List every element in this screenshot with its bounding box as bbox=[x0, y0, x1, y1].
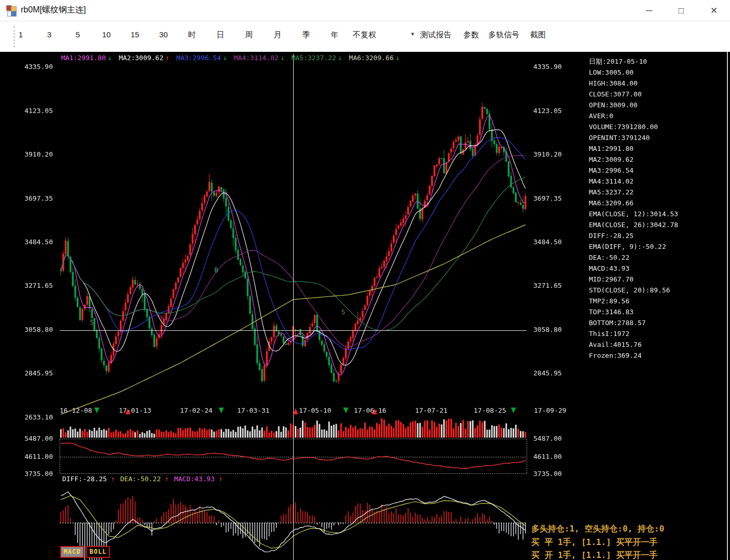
price-tick: 4335.90 bbox=[15, 63, 53, 71]
trend-down-icon: ↓ bbox=[396, 54, 400, 62]
ma4-label: MA4:3114.02 bbox=[234, 54, 279, 62]
adjust-dropdown-value: 不复权 bbox=[353, 30, 376, 40]
app-icon bbox=[6, 5, 17, 16]
multi-track-signal-button[interactable]: 多轨信号 bbox=[488, 30, 519, 40]
test-report-button[interactable]: 测试报告 bbox=[420, 30, 451, 40]
trend-up-icon: ↑ bbox=[219, 475, 223, 483]
minimize-button[interactable]: ─ bbox=[637, 2, 661, 19]
ma-values-row: MA1:2991.80↓ MA2:3009.62↑ MA3:2996.54↓ M… bbox=[61, 54, 400, 62]
info-row-diff: DIFF:-28.25 bbox=[589, 230, 678, 241]
dea-label: DEA:-50.22 bbox=[120, 475, 161, 483]
info-row-openint: OPENINT:3791240 bbox=[589, 132, 678, 143]
info-row-std: STD(CLOSE, 20):89.56 bbox=[589, 285, 678, 296]
info-row-tmp2: TMP2:89.56 bbox=[589, 296, 678, 306]
info-row-aver: AVER:0 bbox=[589, 110, 678, 121]
screenshot-button[interactable]: 截图 bbox=[530, 30, 546, 40]
period-month[interactable]: 月 bbox=[271, 30, 284, 40]
date-tick: 17-06-16 bbox=[354, 407, 387, 414]
trend-up-icon: ↑ bbox=[166, 54, 170, 62]
price-tick: 2845.95 bbox=[533, 369, 562, 377]
position-summary: 多头持仓:1, 空头持仓:0, 持仓:0 bbox=[531, 524, 664, 535]
price-tick: 3271.65 bbox=[15, 282, 53, 289]
macd-tab-button[interactable]: MACD bbox=[60, 546, 84, 558]
info-row-ema12: EMA(CLOSE, 12):3014.53 bbox=[589, 208, 678, 219]
price-tick: 2845.95 bbox=[15, 369, 53, 377]
info-row-high: HIGH:3084.00 bbox=[589, 78, 678, 89]
info-row-frozen: Frozen:369.24 bbox=[589, 350, 678, 361]
trade-signal-2: 买 开 1手, [1.1.] 买平开一手 bbox=[531, 550, 658, 560]
period-year[interactable]: 年 bbox=[328, 30, 341, 40]
price-tick: 3484.50 bbox=[15, 238, 53, 246]
chevron-down-icon: ▾ bbox=[411, 31, 414, 37]
trend-down-icon: ↓ bbox=[108, 54, 112, 62]
close-button[interactable]: ✕ bbox=[702, 2, 726, 19]
toolbar: 1 3 5 10 15 30 时 日 周 月 季 年 不复权 ▾ 测试报告 参数… bbox=[0, 21, 730, 52]
info-row-ema26: EMA(CLOSE, 26):3042.78 bbox=[589, 219, 678, 230]
info-row-ma5: MA5:3237.22 bbox=[589, 187, 678, 198]
trend-down-icon: ↓ bbox=[338, 54, 342, 62]
chart-area: MA1:2991.80↓ MA2:3009.62↑ MA3:2996.54↓ M… bbox=[0, 52, 730, 560]
price-tick: 3910.20 bbox=[15, 150, 53, 158]
equity-tick: 5487.00 bbox=[533, 435, 562, 442]
period-3[interactable]: 3 bbox=[43, 30, 56, 39]
info-row-ma3: MA3:2996.54 bbox=[589, 165, 678, 176]
equity-tick: 4611.00 bbox=[533, 453, 562, 460]
price-tick: 4123.05 bbox=[15, 107, 53, 115]
price-tick: 3697.35 bbox=[533, 194, 562, 202]
date-tick: 17-01-13 bbox=[119, 407, 151, 414]
date-tick: 17-07-21 bbox=[415, 407, 448, 414]
params-button[interactable]: 参数 bbox=[463, 30, 479, 40]
equity-tick: 3735.00 bbox=[15, 470, 53, 478]
period-30[interactable]: 30 bbox=[157, 30, 170, 39]
info-row-avail: Avail:4015.76 bbox=[589, 339, 678, 350]
info-row-mid: MID:2967.70 bbox=[589, 274, 678, 285]
price-tick: 3271.65 bbox=[533, 282, 562, 289]
price-tick: 3697.35 bbox=[15, 194, 53, 202]
info-row-macd: MACD:43.93 bbox=[589, 263, 678, 274]
info-row-top: TOP:3146.83 bbox=[589, 306, 678, 317]
macd-label: MACD:43.93 bbox=[174, 475, 215, 483]
info-row-ma2: MA2:3009.62 bbox=[589, 154, 678, 165]
price-tick: 3484.50 bbox=[533, 238, 562, 246]
adjust-dropdown[interactable]: 不复权 ▾ bbox=[351, 29, 415, 43]
info-row-bottom: BOTTOM:2788.57 bbox=[589, 317, 678, 328]
info-row-volume: VOLUME:7391280.00 bbox=[589, 121, 678, 132]
period-1[interactable]: 1 bbox=[14, 30, 27, 39]
trend-down-icon: ↓ bbox=[281, 54, 285, 62]
period-15[interactable]: 15 bbox=[128, 30, 142, 39]
price-tick: 4335.90 bbox=[533, 63, 562, 71]
period-week[interactable]: 周 bbox=[242, 30, 256, 40]
maximize-button[interactable]: □ bbox=[669, 2, 693, 19]
period-quarter[interactable]: 季 bbox=[299, 30, 313, 40]
price-tick: 3910.20 bbox=[533, 150, 562, 158]
period-hour[interactable]: 时 bbox=[185, 30, 199, 40]
boll-tab-button[interactable]: BOLL bbox=[86, 546, 110, 558]
info-row-ma4: MA4:3114.02 bbox=[589, 176, 678, 187]
info-row-thisi: ThisI:1972 bbox=[589, 328, 678, 339]
price-tick: 4123.05 bbox=[533, 107, 562, 115]
date-tick: 16-12-08 bbox=[60, 407, 92, 414]
ma3-label: MA3:2996.54 bbox=[176, 54, 221, 62]
ma6-label: MA6:3209.66 bbox=[349, 54, 394, 62]
window-title: rb0M[螺纹钢主连] bbox=[21, 5, 86, 16]
right-edge-line bbox=[727, 52, 728, 560]
info-row-ma6: MA6:3209.66 bbox=[589, 198, 678, 208]
info-row-ma1: MA1:2991.80 bbox=[589, 143, 678, 154]
date-tick: 17-08-25 bbox=[474, 407, 506, 414]
trend-up-icon: ↑ bbox=[111, 475, 115, 483]
info-row-close: CLOSE:3077.00 bbox=[589, 89, 678, 100]
info-row-date: 日期:2017-05-10 bbox=[589, 56, 678, 67]
trade-signal-1: 买 平 1手, [1.1.] 买平开一手 bbox=[531, 537, 658, 548]
macd-values-row: DIFF:-28.25 ↑ DEA:-50.22 ↑ MACD:43.93 ↑ bbox=[62, 475, 223, 483]
trend-up-icon: ↑ bbox=[165, 475, 169, 483]
price-tick: 3058.80 bbox=[15, 326, 53, 333]
period-5[interactable]: 5 bbox=[71, 30, 85, 39]
trend-down-icon: ↓ bbox=[223, 54, 227, 62]
date-tick: 17-09-29 bbox=[534, 407, 567, 414]
ma5-label: MA5:3237.22 bbox=[292, 54, 336, 62]
period-day[interactable]: 日 bbox=[214, 30, 227, 40]
info-panel: 日期:2017-05-10 LOW:3005.00 HIGH:3084.00 C… bbox=[589, 56, 678, 361]
period-10[interactable]: 10 bbox=[100, 30, 113, 39]
info-row-emadiff: EMA(DIFF, 9):-50.22 bbox=[589, 241, 678, 252]
info-row-dea: DEA:-50.22 bbox=[589, 252, 678, 263]
